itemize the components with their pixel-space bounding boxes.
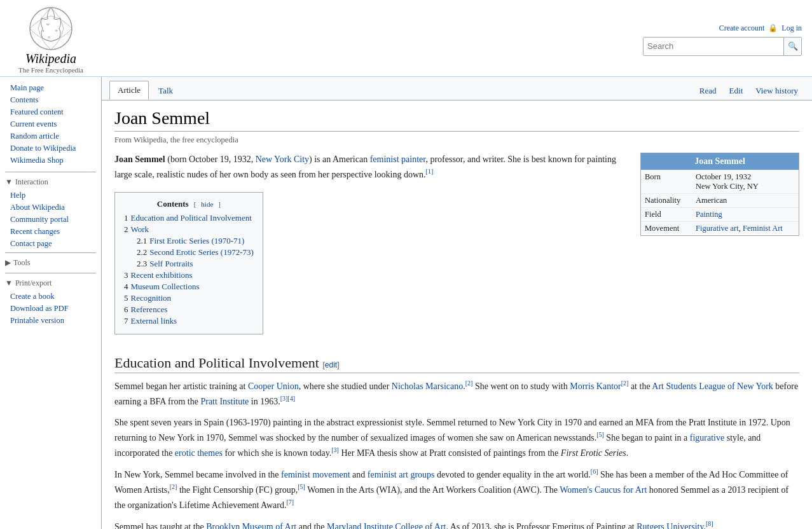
sidebar-item-download-pdf[interactable]: Download as PDF bbox=[0, 303, 101, 315]
infobox-value-nationality: American bbox=[692, 194, 799, 208]
section-edu-edit-link[interactable]: edit bbox=[325, 361, 337, 369]
print-arrow-icon: ▼ bbox=[5, 278, 13, 288]
ref-1[interactable]: [1] bbox=[426, 168, 434, 175]
maryland-institute-link[interactable]: Maryland Institute College of Art bbox=[327, 522, 446, 529]
toc-link-edu[interactable]: Education and Political Involvement bbox=[131, 213, 252, 223]
toc-item-2-2: 2.2Second Erotic Series (1972-73) bbox=[137, 247, 254, 258]
sidebar-item-featured[interactable]: Featured content bbox=[0, 106, 101, 118]
toc-link-references[interactable]: References bbox=[131, 305, 168, 314]
svg-text:日: 日 bbox=[48, 36, 50, 39]
art-students-league-link[interactable]: Art Students League of New York bbox=[652, 381, 773, 391]
create-account-link[interactable]: Create account bbox=[719, 24, 765, 33]
toc-link-exhibitions[interactable]: Recent exhibitions bbox=[131, 270, 193, 280]
edu-para-2: She spent seven years in Spain (1963-197… bbox=[114, 416, 799, 460]
sidebar-item-contact[interactable]: Contact page bbox=[0, 238, 101, 250]
sidebar-nav: Main page Contents Featured content Curr… bbox=[0, 82, 101, 167]
ref-2c[interactable]: [2] bbox=[170, 483, 177, 490]
wikipedia-globe-icon: W К 中 日 bbox=[29, 6, 73, 51]
page-title: Joan Semmel bbox=[114, 108, 799, 132]
log-in-link[interactable]: Log in bbox=[781, 24, 802, 33]
toc-bracket-open: [ bbox=[194, 200, 196, 208]
tab-article[interactable]: Article bbox=[109, 81, 149, 100]
sidebar-item-recent[interactable]: Recent changes bbox=[0, 226, 101, 238]
toc-item-5: 5Recognition bbox=[124, 293, 254, 303]
toc-link-erotic1[interactable]: First Erotic Series (1970-71) bbox=[149, 236, 244, 245]
toc-item-3: 3Recent exhibitions bbox=[124, 270, 254, 280]
ref-5a[interactable]: [5] bbox=[596, 431, 604, 438]
sidebar-print-section: ▼ Print/export Create a book Download as… bbox=[0, 276, 101, 327]
brooklyn-museum-link[interactable]: Brooklyn Museum of Art bbox=[206, 522, 296, 529]
tabs-bar: Article Talk Read Edit View history bbox=[102, 77, 812, 100]
sidebar-item-wikimedia-shop[interactable]: Wikimedia Shop bbox=[0, 155, 101, 167]
sidebar-interaction-toggle[interactable]: ▼ Interaction bbox=[0, 175, 101, 189]
toc-hide-link[interactable]: hide bbox=[201, 200, 213, 208]
sidebar-item-main-page[interactable]: Main page bbox=[0, 82, 101, 94]
ref-7[interactable]: [7] bbox=[286, 498, 294, 505]
toc-link-erotic2[interactable]: Second Erotic Series (1972-73) bbox=[149, 247, 254, 257]
ref-8[interactable]: [8] bbox=[706, 520, 713, 527]
svg-text:К: К bbox=[43, 29, 45, 32]
sidebar-tools-toggle[interactable]: ▶ Tools bbox=[0, 256, 101, 270]
ref-3a[interactable]: [3] bbox=[280, 395, 288, 402]
erotic-themes-link[interactable]: erotic themes bbox=[175, 448, 223, 458]
ref-2b[interactable]: [2] bbox=[621, 380, 629, 387]
feminist-art-groups-link[interactable]: feminist art groups bbox=[368, 470, 435, 479]
tools-arrow-icon: ▶ bbox=[5, 258, 11, 268]
search-button[interactable]: 🔍 bbox=[783, 38, 801, 55]
figurative-link[interactable]: figurative bbox=[690, 433, 724, 443]
wikipedia-subtitle: The Free Encyclopedia bbox=[18, 66, 83, 74]
subject-name-bold: Joan Semmel bbox=[114, 155, 165, 164]
ref-3b[interactable]: [3] bbox=[331, 446, 339, 453]
sidebar-item-community[interactable]: Community portal bbox=[0, 214, 101, 226]
sidebar-interaction-section: ▼ Interaction Help About Wikipedia Commu… bbox=[0, 175, 101, 250]
sidebar-item-random[interactable]: Random article bbox=[0, 130, 101, 142]
rutgers-link[interactable]: Rutgers University bbox=[637, 522, 703, 529]
womens-caucus-link[interactable]: Women's Caucus for Art bbox=[560, 485, 647, 495]
feminist-painter-link[interactable]: feminist painter bbox=[370, 155, 426, 164]
toc-bracket-close: ] bbox=[218, 200, 221, 208]
toc-link-selfportraits[interactable]: Self Portraits bbox=[149, 259, 193, 268]
toc-link-museums[interactable]: Museum Collections bbox=[131, 282, 200, 291]
infobox-value-field: Painting bbox=[692, 208, 799, 222]
sidebar-print-toggle[interactable]: ▼ Print/export bbox=[0, 276, 101, 291]
ref-4[interactable]: [4] bbox=[287, 395, 295, 402]
toc-link-recognition[interactable]: Recognition bbox=[131, 293, 172, 303]
edu-para-3: In New York, Semmel became involved in t… bbox=[114, 467, 799, 512]
toc-link-external[interactable]: External links bbox=[131, 316, 177, 326]
cooper-union-link[interactable]: Cooper Union bbox=[248, 381, 299, 391]
tab-edit[interactable]: Edit bbox=[723, 82, 750, 100]
infobox-value-movement: Figurative art, Feminist Art bbox=[692, 222, 799, 236]
sidebar-item-contents[interactable]: Contents bbox=[0, 94, 101, 106]
marsicano-link[interactable]: Nicholas Marsicano bbox=[392, 381, 463, 391]
infobox-value-born: October 19, 1932New York City, NY bbox=[692, 170, 799, 194]
edu-para-4: Semmel has taught at the Brooklyn Museum… bbox=[114, 519, 799, 529]
sidebar-item-create-book[interactable]: Create a book bbox=[0, 291, 101, 303]
edit-bracket-close: ] bbox=[337, 361, 339, 369]
contents-label: Contents bbox=[157, 199, 189, 209]
print-label: Print/export bbox=[15, 278, 52, 288]
infobox-label-born: Born bbox=[641, 170, 692, 194]
collapse-arrow-icon: ▼ bbox=[5, 177, 13, 187]
ref-6[interactable]: [6] bbox=[591, 468, 598, 475]
sidebar-item-printable[interactable]: Printable version bbox=[0, 315, 101, 327]
edu-para-1: Semmel began her artistic training at Co… bbox=[114, 378, 799, 409]
tab-talk[interactable]: Talk bbox=[150, 81, 181, 100]
sidebar-tools-section: ▶ Tools bbox=[0, 256, 101, 270]
svg-text:W: W bbox=[46, 23, 50, 26]
nyc-link[interactable]: New York City bbox=[256, 155, 309, 164]
sidebar-item-current-events[interactable]: Current events bbox=[0, 118, 101, 130]
tab-read[interactable]: Read bbox=[693, 82, 723, 100]
toc-link-work[interactable]: Work bbox=[131, 224, 149, 234]
sidebar-item-about[interactable]: About Wikipedia bbox=[0, 202, 101, 214]
infobox: Joan Semmel Born October 19, 1932New Yor… bbox=[640, 153, 799, 236]
toc-item-4: 4Museum Collections bbox=[124, 282, 254, 292]
kantor-link[interactable]: Morris Kantor bbox=[570, 381, 621, 391]
sidebar-item-help[interactable]: Help bbox=[0, 189, 101, 202]
ref-5b[interactable]: [5] bbox=[298, 483, 305, 490]
sidebar-item-donate[interactable]: Donate to Wikipedia bbox=[0, 142, 101, 155]
tab-view-history[interactable]: View history bbox=[749, 82, 804, 100]
feminist-movement-link[interactable]: feminist movement bbox=[281, 470, 350, 479]
pratt-link[interactable]: Pratt Institute bbox=[200, 397, 249, 406]
search-input[interactable] bbox=[643, 38, 783, 55]
ref-2a[interactable]: [2] bbox=[465, 380, 473, 387]
